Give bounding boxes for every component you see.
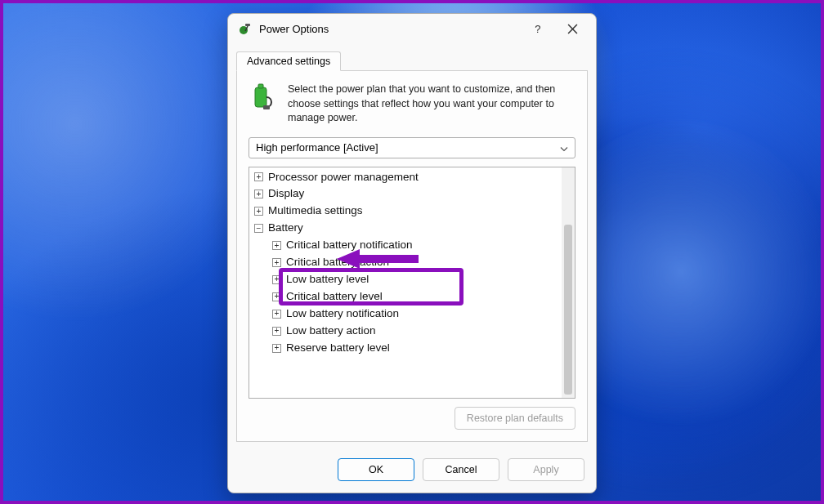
tree-item-critical-battery-action[interactable]: +Critical battery action xyxy=(253,254,560,271)
tabstrip: Advanced settings xyxy=(236,48,588,71)
tree-item-low-battery-action[interactable]: +Low battery action xyxy=(253,323,560,340)
chevron-down-icon xyxy=(560,141,568,154)
plus-icon[interactable]: + xyxy=(254,207,263,216)
settings-tree[interactable]: +Processor power management +Display +Mu… xyxy=(249,167,562,399)
intro-text: Select the power plan that you want to c… xyxy=(288,83,575,126)
apply-button[interactable]: Apply xyxy=(508,458,584,481)
intro-row: Select the power plan that you want to c… xyxy=(249,83,575,126)
tree-item-battery[interactable]: −Battery xyxy=(253,220,560,237)
dialog-footer: OK Cancel Apply xyxy=(228,450,596,493)
titlebar: Power Options ? xyxy=(228,14,596,43)
tree-item-display[interactable]: +Display xyxy=(253,185,560,203)
tree-item-low-battery-level[interactable]: +Low battery level xyxy=(253,271,560,288)
plus-icon[interactable]: + xyxy=(272,241,281,250)
plus-icon[interactable]: + xyxy=(254,172,263,181)
help-button[interactable]: ? xyxy=(521,16,555,41)
tree-item-low-battery-notification[interactable]: +Low battery notification xyxy=(253,306,560,323)
svg-rect-1 xyxy=(245,24,250,26)
plus-icon[interactable]: + xyxy=(254,190,263,198)
ok-button[interactable]: OK xyxy=(338,458,414,481)
tree-item-processor-power[interactable]: +Processor power management xyxy=(253,169,560,186)
scrollbar-thumb[interactable] xyxy=(564,225,572,395)
plus-icon[interactable]: + xyxy=(272,258,281,267)
power-plan-selected: High performance [Active] xyxy=(256,141,378,154)
plus-icon[interactable]: + xyxy=(272,327,281,336)
svg-text:?: ? xyxy=(535,24,540,34)
minus-icon[interactable]: − xyxy=(254,224,263,233)
svg-rect-5 xyxy=(263,105,270,109)
close-button[interactable] xyxy=(555,16,589,41)
tab-advanced-settings[interactable]: Advanced settings xyxy=(236,51,341,71)
tree-item-critical-battery-level[interactable]: +Critical battery level xyxy=(253,288,560,306)
settings-tree-container: +Processor power management +Display +Mu… xyxy=(249,167,575,399)
power-options-dialog: Power Options ? Advanced settings Select… xyxy=(227,13,597,493)
svg-rect-3 xyxy=(255,87,266,107)
power-plan-select[interactable]: High performance [Active] xyxy=(249,137,575,158)
battery-plug-icon xyxy=(249,83,278,112)
plus-icon[interactable]: + xyxy=(272,275,281,284)
vertical-scrollbar[interactable] xyxy=(562,167,575,399)
tab-panel: Select the power plan that you want to c… xyxy=(236,71,588,442)
plus-icon[interactable]: + xyxy=(272,292,281,301)
plus-icon[interactable]: + xyxy=(272,344,281,353)
plus-icon[interactable]: + xyxy=(272,310,281,319)
tree-item-critical-battery-notification[interactable]: +Critical battery notification xyxy=(253,237,560,254)
tree-item-reserve-battery-level[interactable]: +Reserve battery level xyxy=(253,340,560,357)
power-options-icon xyxy=(238,21,253,36)
tree-item-multimedia[interactable]: +Multimedia settings xyxy=(253,203,560,220)
svg-rect-4 xyxy=(258,84,263,88)
restore-plan-defaults-button[interactable]: Restore plan defaults xyxy=(455,407,575,430)
dialog-title: Power Options xyxy=(259,23,521,35)
cancel-button[interactable]: Cancel xyxy=(423,458,499,481)
